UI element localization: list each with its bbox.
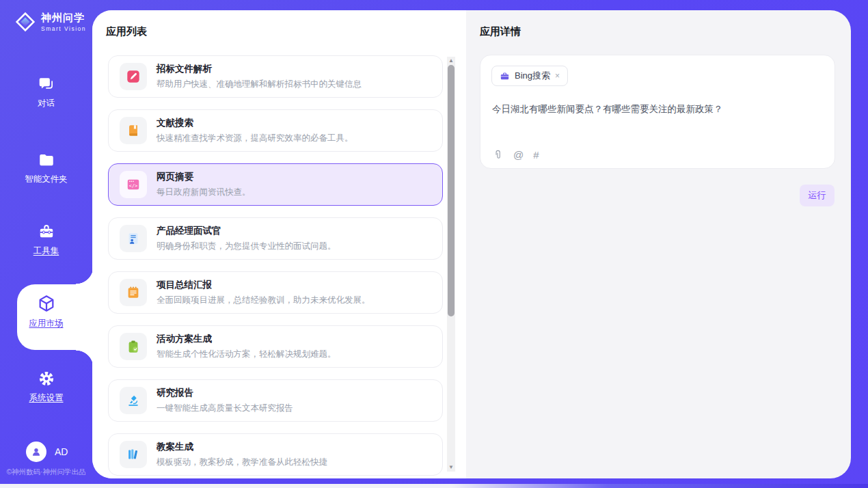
person-icon <box>30 446 42 458</box>
gear-icon <box>38 370 55 388</box>
app-desc: 智能生成个性化活动方案，轻松解决规划难题。 <box>157 349 336 360</box>
app-desc: 快速精准查找学术资源，提高研究效率的必备工具。 <box>157 133 353 144</box>
app-detail-panel: 应用详情 Bing搜索 × 今日湖北有哪些新闻要点？有哪些需要关注的最新政策？ … <box>466 10 851 478</box>
brand-logo: 神州问学 Smart Vision <box>15 12 86 32</box>
app-desc: 模板驱动，教案秒成，教学准备从此轻松快捷 <box>157 457 327 468</box>
brand-subtitle: Smart Vision <box>41 25 86 32</box>
brand-name: 神州问学 <box>41 12 86 25</box>
sidebar-item-smart-folder[interactable]: 智能文件夹 <box>0 151 92 185</box>
report-note-icon <box>126 285 141 300</box>
app-title: 产品经理面试官 <box>157 225 336 237</box>
sidebar-item-toolset[interactable]: 工具集 <box>0 223 92 257</box>
app-title: 项目总结汇报 <box>157 279 370 291</box>
attachment-icon[interactable] <box>492 149 504 161</box>
chat-icon <box>38 75 55 93</box>
sidebar: 神州问学 Smart Vision 对话 智能文件夹 工具集 应用市场 系统设置… <box>0 0 92 488</box>
prompt-action-row: @ # <box>492 149 539 161</box>
copyright-text: ©神州数码·神州问学出品 <box>0 467 92 477</box>
toolbox-icon <box>38 223 55 241</box>
scrollbar-down-icon[interactable]: ▼ <box>447 463 455 472</box>
sidebar-item-label: 应用市场 <box>29 318 64 329</box>
sidebar-item-label: 对话 <box>38 98 55 109</box>
app-detail-title: 应用详情 <box>480 25 521 38</box>
sidebar-item-label: 工具集 <box>33 245 59 257</box>
app-title: 招标文件解析 <box>157 63 362 75</box>
scrollbar[interactable]: ▲ ▼ <box>447 57 455 472</box>
tool-tag-label: Bing搜索 <box>515 70 550 82</box>
app-card-lesson-plan[interactable]: 教案生成模板驱动，教案秒成，教学准备从此轻松快捷 <box>108 433 443 476</box>
tab-curve-top <box>76 267 94 284</box>
app-card-research-report[interactable]: 研究报告一键智能生成高质量长文本研究报告 <box>108 379 443 422</box>
prompt-card: Bing搜索 × 今日湖北有哪些新闻要点？有哪些需要关注的最新政策？ @ # <box>480 55 835 169</box>
app-title: 研究报告 <box>157 387 293 399</box>
app-desc: 明确身份和职责，为您提供专业性的面试问题。 <box>157 241 336 252</box>
sidebar-item-app-market[interactable]: 应用市场 <box>0 294 92 329</box>
app-list-title: 应用列表 <box>106 25 147 38</box>
mention-icon[interactable]: @ <box>513 149 524 161</box>
sidebar-item-label: 系统设置 <box>29 392 64 404</box>
app-card-pm-interviewer[interactable]: 产品经理面试官明确身份和职责，为您提供专业性的面试问题。 <box>108 217 443 260</box>
app-card-literature-search[interactable]: 文献搜索快速精准查找学术资源，提高研究效率的必备工具。 <box>108 109 443 152</box>
app-list-panel: 应用列表 招标文件解析帮助用户快速、准确地理解和解析招标书中的关键信息 文献搜索… <box>92 10 466 478</box>
app-desc: 全面回顾项目进展，总结经验教训，助力未来优化发展。 <box>157 295 370 306</box>
scrollbar-thumb[interactable] <box>448 65 455 316</box>
prompt-text-input[interactable]: 今日湖北有哪些新闻要点？有哪些需要关注的最新政策？ <box>492 103 820 116</box>
app-title: 网页摘要 <box>157 171 251 183</box>
microscope-icon <box>126 393 141 408</box>
books-icon <box>126 447 141 462</box>
app-card-web-summary[interactable]: </> 网页摘要每日政府新闻资讯快查。 <box>108 163 443 206</box>
app-card-list: 招标文件解析帮助用户快速、准确地理解和解析招标书中的关键信息 文献搜索快速精准查… <box>108 55 443 476</box>
app-desc: 一键智能生成高质量长文本研究报告 <box>157 403 293 414</box>
app-desc: 每日政府新闻资讯快查。 <box>157 187 251 198</box>
app-title: 教案生成 <box>157 441 327 453</box>
app-desc: 帮助用户快速、准确地理解和解析招标书中的关键信息 <box>157 79 362 90</box>
close-icon[interactable]: × <box>555 71 560 81</box>
user-account[interactable]: AD <box>26 442 68 462</box>
webpage-code-icon: </> <box>126 177 141 192</box>
app-card-project-summary[interactable]: 项目总结汇报全面回顾项目进展，总结经验教训，助力未来优化发展。 <box>108 271 443 314</box>
book-icon <box>126 123 141 138</box>
app-title: 文献搜索 <box>157 117 353 129</box>
sidebar-item-chat[interactable]: 对话 <box>0 75 92 109</box>
clipboard-check-icon <box>126 339 141 354</box>
app-card-bid-parsing[interactable]: 招标文件解析帮助用户快速、准确地理解和解析招标书中的关键信息 <box>108 55 443 98</box>
pen-document-icon <box>126 69 141 84</box>
sidebar-item-label: 智能文件夹 <box>25 174 68 185</box>
interviewer-icon <box>126 231 141 246</box>
avatar <box>26 442 46 462</box>
tool-tag-bing-search[interactable]: Bing搜索 × <box>491 66 568 86</box>
scrollbar-up-icon[interactable]: ▲ <box>447 57 455 65</box>
briefcase-icon <box>500 71 510 81</box>
cube-icon <box>37 294 56 313</box>
user-initials: AD <box>55 446 68 457</box>
tab-curve-bottom <box>76 350 94 368</box>
app-card-event-plan[interactable]: 活动方案生成智能生成个性化活动方案，轻松解决规划难题。 <box>108 325 443 368</box>
svg-text:</>: </> <box>129 183 137 189</box>
hash-icon[interactable]: # <box>533 149 539 161</box>
run-button[interactable]: 运行 <box>800 185 835 206</box>
sidebar-item-settings[interactable]: 系统设置 <box>0 370 92 404</box>
window-bottom-edge <box>0 484 868 488</box>
folder-icon <box>38 151 55 169</box>
app-title: 活动方案生成 <box>157 333 336 345</box>
diamond-logo-icon <box>15 12 36 32</box>
